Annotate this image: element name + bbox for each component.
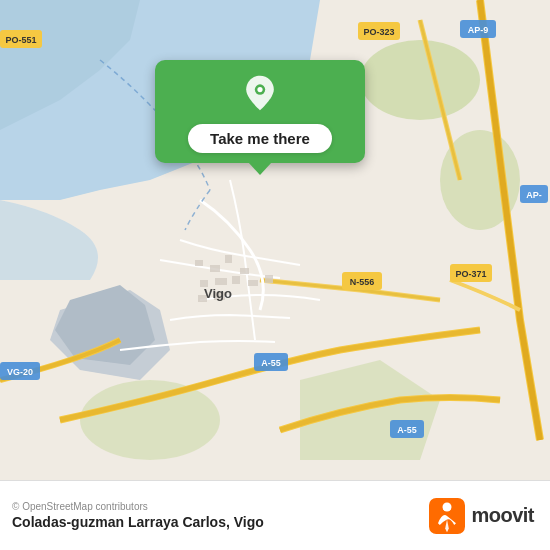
take-me-there-button[interactable]: Take me there	[188, 124, 332, 153]
moovit-brand-icon	[429, 498, 465, 534]
svg-rect-12	[240, 268, 249, 274]
location-popup: Take me there	[155, 60, 365, 163]
svg-point-8	[80, 380, 220, 460]
svg-point-42	[443, 502, 452, 511]
map-container: PO-551 PO-323 AP-9 AP- N-556 PO-371 A-55…	[0, 0, 550, 480]
svg-text:PO-371: PO-371	[455, 269, 486, 279]
svg-text:Vigo: Vigo	[204, 286, 232, 301]
svg-point-40	[257, 87, 262, 92]
svg-text:AP-9: AP-9	[468, 25, 489, 35]
svg-text:N-556: N-556	[350, 277, 375, 287]
svg-rect-11	[225, 255, 232, 263]
svg-rect-15	[232, 276, 240, 284]
svg-point-5	[360, 40, 480, 120]
svg-rect-10	[210, 265, 220, 272]
svg-text:A-55: A-55	[261, 358, 281, 368]
copyright-text: © OpenStreetMap contributors	[12, 501, 264, 512]
svg-text:VG-20: VG-20	[7, 367, 33, 377]
svg-text:PO-551: PO-551	[5, 35, 36, 45]
bottom-info-bar: © OpenStreetMap contributors Coladas-guz…	[0, 480, 550, 550]
place-info: © OpenStreetMap contributors Coladas-guz…	[12, 501, 264, 530]
svg-text:A-55: A-55	[397, 425, 417, 435]
svg-rect-9	[195, 260, 203, 266]
location-pin-wrapper	[241, 74, 279, 116]
location-pin-icon	[241, 74, 279, 112]
moovit-logo: moovit	[429, 498, 534, 534]
svg-rect-16	[248, 280, 258, 286]
svg-text:PO-323: PO-323	[363, 27, 394, 37]
svg-text:AP-: AP-	[526, 190, 542, 200]
moovit-brand-text: moovit	[471, 504, 534, 527]
place-name: Coladas-guzman Larraya Carlos, Vigo	[12, 514, 264, 530]
svg-rect-17	[265, 275, 273, 283]
svg-rect-14	[215, 278, 227, 285]
